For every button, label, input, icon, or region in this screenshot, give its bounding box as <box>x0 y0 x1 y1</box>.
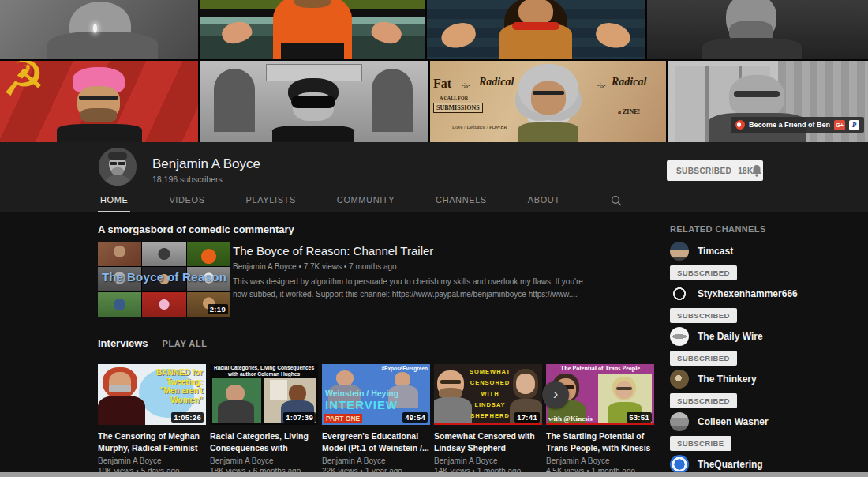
tab-community[interactable]: COMMUNITY <box>335 189 397 212</box>
related-channel-link[interactable]: Colleen Wasner <box>670 412 859 431</box>
featured-video-title[interactable]: The Boyce of Reason: Channel Trailer <box>233 244 433 257</box>
youtube-channel-page: ☭ ★ Fat -is- Radical A CALL FOR SUBMISSI… <box>0 0 868 477</box>
related-channel-link[interactable]: The Daily Wire <box>670 327 859 346</box>
tab-home[interactable]: HOME <box>98 189 130 212</box>
thumbnail-text: Racial Categories, Living Consequences w… <box>210 365 318 377</box>
featured-video-meta: Benjamin A Boyce • 7.7K views • 7 months… <box>233 262 397 271</box>
chevron-right-icon: › <box>553 385 559 402</box>
decorative-shape <box>57 124 142 142</box>
become-friend-label: Become a Friend of Ben <box>749 121 830 129</box>
zine-text-radical: Radical <box>479 76 514 88</box>
video-channel-name: Benjamin A Boyce <box>546 456 654 465</box>
thumbnail-text: BANNED for Tweeting: "Men aren't Women" <box>156 368 203 404</box>
interviews-video-row: BANNED for Tweeting: "Men aren't Women" … <box>98 364 660 477</box>
featured-video-thumbnail[interactable]: The Boyce of Reason 2:19 <box>98 242 230 317</box>
play-all-link[interactable]: PLAY ALL <box>163 339 208 348</box>
subscribe-button[interactable]: SUBSCRIBE <box>670 436 731 451</box>
decorative-shape <box>369 18 404 47</box>
tab-videos[interactable]: VIDEOS <box>166 189 207 212</box>
paypal-icon[interactable]: P <box>849 120 859 130</box>
video-title[interactable]: The Startling Potential of Trans People,… <box>546 430 654 453</box>
subscribe-button[interactable]: SUBSCRIBED <box>670 308 737 323</box>
decorative-shape <box>616 387 632 390</box>
carousel-next-button[interactable]: › <box>542 381 569 408</box>
decorative-shape <box>516 374 535 394</box>
channel-avatar <box>670 412 689 431</box>
related-channel-link[interactable]: The Thinkery <box>670 370 859 389</box>
video-thumbnail[interactable]: SOMEWHAT CENSORED WITH LINDSAY SHEPHERD … <box>434 364 542 425</box>
duration-badge: 49:54 <box>402 412 428 423</box>
related-channel-link[interactable]: Timcast <box>670 242 859 261</box>
video-card: Racial Categories, Living Consequences w… <box>210 364 318 475</box>
thumbnail-text: Weinstein / Heying <box>325 389 398 398</box>
video-title[interactable]: Somewhat Censored with Lindsay Shepherd <box>434 430 542 453</box>
related-channel-name: TheQuartering <box>698 459 763 470</box>
banner-tile-lighter <box>0 0 198 59</box>
video-thumbnail[interactable]: Racial Categories, Living Consequences w… <box>210 364 318 425</box>
subscribe-button[interactable]: SUBSCRIBED <box>670 265 737 280</box>
thumbnail-text: SOMEWHAT CENSORED WITH LINDSAY SHEPHERD <box>466 366 514 422</box>
thumbnail-text: The Potential of Trans People <box>546 365 654 372</box>
zine-text-fat: Fat <box>433 77 451 91</box>
tab-channels[interactable]: CHANNELS <box>433 189 489 212</box>
decorative-shape <box>439 21 477 51</box>
related-channel-item: Colleen Wasner SUBSCRIBE <box>670 412 859 451</box>
decorative-shape <box>98 242 141 266</box>
related-channel-name: The Thinkery <box>698 374 757 385</box>
decorative-shape <box>440 380 461 384</box>
thumbnail-text: PART ONE <box>324 414 362 423</box>
decorative-shape <box>512 22 559 30</box>
decorative-shape <box>734 91 780 97</box>
horizontal-scrollbar[interactable] <box>0 472 868 477</box>
featured-section-title: A smorgasbord of comedic commentary <box>98 223 294 235</box>
thumbnail-text: INTERVIEW <box>325 398 398 411</box>
related-channels-title: RELATED CHANNELS <box>670 224 766 234</box>
banner-tile-zine: Fat -is- Radical A CALL FOR SUBMISSIONS … <box>430 61 666 142</box>
featured-video-description: This was designed by algorithm to persua… <box>233 276 583 301</box>
related-channel-link[interactable]: Styxhexenhammer666 <box>670 284 859 303</box>
section-divider <box>98 332 657 332</box>
channel-avatar <box>670 242 689 261</box>
banner-tile-webcam: Become a Friend of Ben G+ P <box>668 61 868 142</box>
subscribed-button[interactable]: SUBSCRIBED 18K <box>667 160 763 181</box>
notification-bell-icon[interactable] <box>750 163 764 178</box>
zine-text-radical2: Radical <box>612 76 646 88</box>
channel-avatar[interactable] <box>99 148 137 186</box>
avatar-image <box>99 148 137 186</box>
video-title[interactable]: The Censoring of Meghan Murphy, Radical … <box>98 430 206 453</box>
subscribe-button[interactable]: SUBSCRIBED <box>670 351 737 366</box>
video-channel-name: Benjamin A Boyce <box>98 456 206 465</box>
banner-tile-orange-jacket <box>200 0 425 59</box>
video-thumbnail[interactable]: BANNED for Tweeting: "Men aren't Women" … <box>98 364 206 425</box>
duration-badge: 1:05:26 <box>171 412 204 423</box>
decorative-shape <box>372 69 413 132</box>
subscriber-count: 18,196 subscribers <box>152 175 223 184</box>
zine-text-call: A CALL FOR <box>440 96 468 100</box>
decorative-shape <box>615 381 633 399</box>
decorative-shape <box>702 38 802 59</box>
tab-about[interactable]: ABOUT <box>526 189 563 212</box>
become-friend-badge[interactable]: Become a Friend of Ben G+ P <box>731 117 864 133</box>
related-channel-item: The Daily Wire SUBSCRIBED <box>670 327 859 366</box>
video-title[interactable]: Racial Categories, Living Consequences w… <box>210 430 318 453</box>
decorative-shape <box>93 24 97 33</box>
subscribe-button[interactable]: SUBSCRIBED <box>670 393 737 408</box>
duration-badge: 17:41 <box>514 412 540 423</box>
duration-badge: 2:19 <box>208 304 228 314</box>
channel-name: Benjamin A Boyce <box>152 156 260 172</box>
tab-playlists[interactable]: PLAYLISTS <box>244 189 298 212</box>
decorative-shape <box>434 423 542 425</box>
channel-search-icon[interactable] <box>610 189 623 212</box>
decorative-shape <box>47 32 158 59</box>
duration-badge: 1:07:39 <box>283 412 316 423</box>
video-title[interactable]: Evergreen's Educational Model (Pt.1 of W… <box>322 430 430 453</box>
description-line: now subbed, it worked. Support this chan… <box>233 288 583 301</box>
video-thumbnail[interactable]: #ExposéEvergreen Weinstein / Heying INTE… <box>322 364 430 425</box>
channel-tabs: HOME VIDEOS PLAYLISTS COMMUNITY CHANNELS… <box>98 189 623 212</box>
related-channel-name: The Daily Wire <box>698 331 763 342</box>
decorative-shape <box>142 292 185 317</box>
google-plus-icon[interactable]: G+ <box>834 120 845 130</box>
decorative-shape <box>218 400 254 423</box>
related-channel-link[interactable]: TheQuartering <box>670 455 859 474</box>
channel-content: A smorgasbord of comedic commentary The … <box>0 212 868 477</box>
